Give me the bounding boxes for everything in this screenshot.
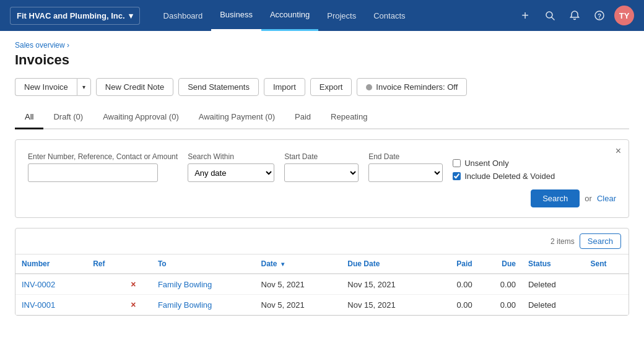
export-button[interactable]: Export bbox=[310, 78, 352, 96]
cell-ref bbox=[87, 274, 124, 295]
clear-button[interactable]: Clear bbox=[597, 194, 616, 203]
cell-flag[interactable]: × bbox=[124, 274, 152, 295]
cell-to[interactable]: Family Bowling bbox=[152, 274, 255, 295]
start-date-field-group: Start Date bbox=[284, 152, 359, 182]
breadcrumb[interactable]: Sales overview › bbox=[15, 41, 629, 50]
tab-awaiting-payment[interactable]: Awaiting Payment (0) bbox=[189, 106, 285, 129]
col-to[interactable]: To bbox=[152, 254, 255, 274]
cell-status: Deleted bbox=[522, 274, 585, 295]
new-credit-note-button[interactable]: New Credit Note bbox=[96, 78, 173, 96]
top-nav: Fit HVAC and Plumbing, Inc. ▾ Dashboard … bbox=[0, 0, 644, 31]
nav-items: Dashboard Business Accounting Projects C… bbox=[155, 0, 513, 31]
col-ref: Ref bbox=[87, 254, 124, 274]
cell-date: Nov 5, 2021 bbox=[255, 274, 342, 295]
include-deleted-checkbox-label[interactable]: Include Deleted & Voided bbox=[453, 172, 555, 181]
cell-status: Deleted bbox=[522, 295, 585, 315]
start-date-label: Start Date bbox=[284, 152, 359, 161]
col-due[interactable]: Due bbox=[479, 254, 522, 274]
send-statements-button[interactable]: Send Statements bbox=[178, 78, 259, 96]
new-invoice-button[interactable]: New Invoice bbox=[15, 78, 77, 96]
items-count: 2 items bbox=[550, 237, 575, 246]
cell-to[interactable]: Family Bowling bbox=[152, 295, 255, 315]
checkboxes: Unsent Only Include Deleted & Voided bbox=[453, 159, 555, 181]
table-head: Number Ref To Date ▾ Due Date Paid Due S… bbox=[15, 254, 629, 274]
search-number-field-group: Enter Number, Reference, Contact or Amou… bbox=[28, 152, 178, 182]
nav-dashboard[interactable]: Dashboard bbox=[155, 0, 212, 31]
search-number-label: Enter Number, Reference, Contact or Amou… bbox=[28, 152, 178, 161]
help-icon[interactable]: ? bbox=[590, 6, 609, 25]
nav-accounting[interactable]: Accounting bbox=[261, 0, 318, 31]
search-number-input[interactable] bbox=[28, 163, 158, 182]
col-sent: Sent bbox=[585, 254, 629, 274]
bell-icon[interactable] bbox=[565, 6, 585, 25]
import-button[interactable]: Import bbox=[264, 78, 305, 96]
close-search-button[interactable]: × bbox=[616, 146, 621, 156]
table-row: INV-0001 × Family Bowling Nov 5, 2021 No… bbox=[15, 295, 629, 315]
tab-draft[interactable]: Draft (0) bbox=[43, 106, 93, 129]
nav-contacts[interactable]: Contacts bbox=[365, 0, 414, 31]
results-header: 2 items Search bbox=[15, 228, 629, 254]
cell-number[interactable]: INV-0001 bbox=[15, 295, 87, 315]
col-paid[interactable]: Paid bbox=[435, 254, 478, 274]
search-actions: Search or Clear bbox=[28, 189, 616, 207]
cell-flag[interactable]: × bbox=[124, 295, 152, 315]
cell-number[interactable]: INV-0002 bbox=[15, 274, 87, 295]
cell-due: 0.00 bbox=[479, 274, 522, 295]
table-body: INV-0002 × Family Bowling Nov 5, 2021 No… bbox=[15, 274, 629, 315]
reminder-dot-icon bbox=[366, 84, 372, 90]
search-within-field-group: Search Within Any date bbox=[188, 152, 274, 182]
search-within-label: Search Within bbox=[188, 152, 274, 161]
tab-awaiting-approval[interactable]: Awaiting Approval (0) bbox=[93, 106, 189, 129]
end-date-label: End Date bbox=[368, 152, 443, 161]
svg-text:?: ? bbox=[598, 13, 601, 20]
search-button[interactable]: Search bbox=[531, 189, 580, 207]
invoice-reminders-button[interactable]: Invoice Reminders: Off bbox=[357, 78, 467, 96]
tabs: All Draft (0) Awaiting Approval (0) Awai… bbox=[15, 106, 629, 129]
sort-arrow-icon: ▾ bbox=[281, 261, 284, 267]
nav-business[interactable]: Business bbox=[211, 0, 261, 31]
add-icon[interactable]: + bbox=[515, 6, 535, 25]
new-invoice-split: New Invoice ▾ bbox=[15, 78, 91, 96]
end-date-field-group: End Date bbox=[368, 152, 443, 182]
col-due-date[interactable]: Due Date bbox=[341, 254, 435, 274]
results-area: 2 items Search Number Ref To Date ▾ Due … bbox=[15, 228, 629, 316]
results-search-button[interactable]: Search bbox=[580, 233, 621, 249]
svg-line-1 bbox=[552, 17, 554, 20]
search-panel: × Enter Number, Reference, Contact or Am… bbox=[15, 139, 629, 218]
table-row: INV-0002 × Family Bowling Nov 5, 2021 No… bbox=[15, 274, 629, 295]
new-invoice-dropdown-button[interactable]: ▾ bbox=[77, 78, 91, 96]
search-within-select[interactable]: Any date bbox=[188, 163, 274, 182]
page-content: Sales overview › Invoices New Invoice ▾ … bbox=[0, 31, 644, 361]
end-date-select[interactable] bbox=[368, 163, 443, 182]
include-deleted-checkbox[interactable] bbox=[453, 172, 461, 180]
page-title: Invoices bbox=[15, 52, 629, 68]
cell-sent bbox=[585, 295, 629, 315]
start-date-select[interactable] bbox=[284, 163, 359, 182]
search-icon[interactable] bbox=[540, 6, 560, 25]
unsent-only-label: Unsent Only bbox=[464, 159, 509, 168]
cell-paid: 0.00 bbox=[435, 295, 478, 315]
reminder-label: Invoice Reminders: Off bbox=[376, 82, 458, 92]
cell-date: Nov 5, 2021 bbox=[255, 295, 342, 315]
col-date[interactable]: Date ▾ bbox=[255, 254, 342, 274]
brand-logo[interactable]: Fit HVAC and Plumbing, Inc. ▾ bbox=[10, 7, 140, 25]
cell-due-date: Nov 15, 2021 bbox=[341, 295, 435, 315]
unsent-only-checkbox[interactable] bbox=[453, 159, 461, 167]
tab-repeating[interactable]: Repeating bbox=[321, 106, 377, 129]
cell-due: 0.00 bbox=[479, 295, 522, 315]
or-text: or bbox=[585, 194, 592, 203]
unsent-only-checkbox-label[interactable]: Unsent Only bbox=[453, 159, 555, 168]
tab-paid[interactable]: Paid bbox=[285, 106, 321, 129]
avatar[interactable]: TY bbox=[614, 6, 634, 25]
brand-chevron-icon: ▾ bbox=[129, 11, 133, 20]
cell-paid: 0.00 bbox=[435, 274, 478, 295]
col-status: Status bbox=[522, 254, 585, 274]
tab-all[interactable]: All bbox=[15, 106, 43, 129]
nav-projects[interactable]: Projects bbox=[318, 0, 365, 31]
col-number[interactable]: Number bbox=[15, 254, 87, 274]
toolbar: New Invoice ▾ New Credit Note Send State… bbox=[15, 78, 629, 96]
cell-due-date: Nov 15, 2021 bbox=[341, 274, 435, 295]
include-deleted-label: Include Deleted & Voided bbox=[464, 172, 555, 181]
cell-sent bbox=[585, 274, 629, 295]
cell-ref bbox=[87, 295, 124, 315]
